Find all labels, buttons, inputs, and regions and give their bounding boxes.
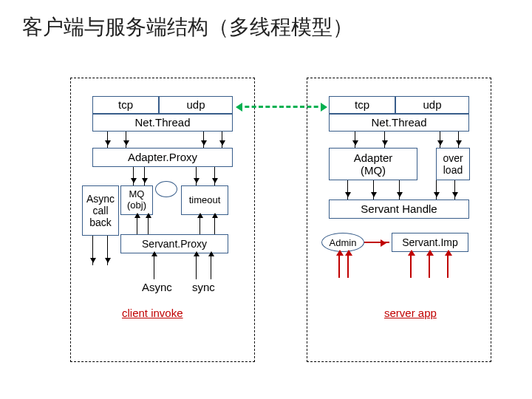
arrow xyxy=(211,253,211,279)
client-timeout: timeout xyxy=(181,185,228,215)
arrow xyxy=(196,167,197,185)
diagram: tcp udp Net.Thread Adapter.Proxy Async c… xyxy=(37,63,495,377)
server-overload: over load xyxy=(436,148,470,180)
arrow xyxy=(214,215,215,234)
server-netthread: Net.Thread xyxy=(329,114,469,132)
red-arrow xyxy=(364,242,389,243)
arrow xyxy=(440,132,440,148)
arrow xyxy=(214,167,215,185)
arrow xyxy=(373,180,374,200)
server-udp: udp xyxy=(395,96,469,114)
arrow xyxy=(458,132,459,148)
arrow xyxy=(399,180,400,200)
mq-to-timeout-oval xyxy=(155,181,177,197)
arrow xyxy=(384,132,385,148)
arrow xyxy=(203,132,204,148)
red-arrow xyxy=(447,252,449,278)
server-app-label: server app xyxy=(384,307,437,319)
red-arrow xyxy=(410,252,412,278)
arrow xyxy=(355,132,355,148)
arrow xyxy=(200,215,200,234)
client-udp: udp xyxy=(159,96,233,114)
arrow xyxy=(137,215,137,234)
arrow xyxy=(92,236,93,265)
arrow xyxy=(133,167,134,185)
arrow xyxy=(144,167,145,185)
red-arrow xyxy=(338,252,340,278)
client-adapter-proxy: Adapter.Proxy xyxy=(92,148,233,167)
sync-label: sync xyxy=(192,281,215,293)
server-servant-handle: Servant Handle xyxy=(329,200,469,219)
red-arrow xyxy=(429,252,430,278)
client-tcp: tcp xyxy=(92,96,159,114)
client-async-callback: Async call back xyxy=(82,185,119,236)
async-label: Async xyxy=(142,281,172,293)
client-invoke-label: client invoke xyxy=(122,307,183,319)
arrow xyxy=(107,236,108,265)
arrow xyxy=(126,132,126,148)
server-adapter-mq: Adapter (MQ) xyxy=(329,148,417,180)
arrow xyxy=(347,180,348,200)
arrow xyxy=(454,180,455,200)
arrow xyxy=(436,180,437,200)
red-arrow xyxy=(347,252,349,278)
arrow xyxy=(196,253,197,279)
arrow xyxy=(148,215,149,234)
arrow xyxy=(222,132,222,148)
server-tcp: tcp xyxy=(329,96,395,114)
arrow xyxy=(107,132,108,148)
client-netthread: Net.Thread xyxy=(92,114,233,132)
page-title: 客户端与服务端结构（多线程模型） xyxy=(22,13,353,41)
arrow xyxy=(154,253,154,279)
